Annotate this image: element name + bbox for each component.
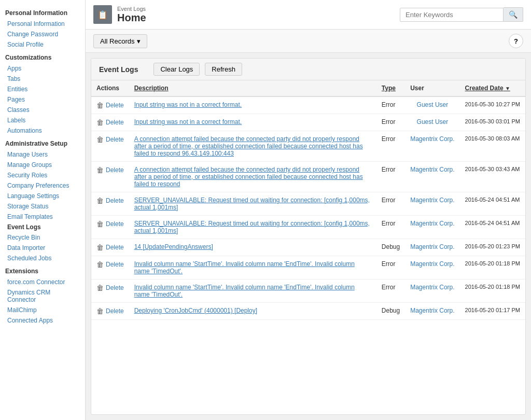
description-link[interactable]: Invalid column name 'StartTime'. Invalid… bbox=[134, 284, 355, 298]
sidebar-item-automations[interactable]: Automations bbox=[0, 125, 85, 136]
table-row: 🗑DeleteSERVER_UNAVAILABLE: Request timed… bbox=[91, 192, 525, 216]
sidebar-item-event-logs[interactable]: Event Logs bbox=[0, 222, 85, 232]
sidebar-item-tabs[interactable]: Tabs bbox=[0, 74, 85, 84]
sidebar-item-classes[interactable]: Classes bbox=[0, 105, 85, 115]
sidebar-item-security-roles[interactable]: Security Roles bbox=[0, 170, 85, 180]
col-type[interactable]: Type bbox=[376, 80, 405, 96]
delete-label[interactable]: Delete bbox=[106, 102, 124, 109]
table-row: 🗑Delete14 [UpdatePendingAnswers]DebugMag… bbox=[91, 239, 525, 256]
user-cell[interactable]: Guest User bbox=[405, 96, 459, 114]
description-link[interactable]: SERVER_UNAVAILABLE: Request timed out wa… bbox=[134, 197, 370, 211]
action-cell: 🗑Delete bbox=[91, 303, 129, 320]
sidebar-item-apps[interactable]: Apps bbox=[0, 63, 85, 74]
sidebar-item-company-preferences[interactable]: Company Preferences bbox=[0, 180, 85, 191]
user-cell[interactable]: Magentrix Corp. bbox=[405, 216, 459, 239]
description-link[interactable]: Deploying 'CronJobCmd' (4000001) [Deploy… bbox=[134, 307, 257, 314]
delete-button[interactable]: 🗑Delete bbox=[96, 284, 124, 292]
delete-button[interactable]: 🗑Delete bbox=[96, 118, 124, 127]
description-link[interactable]: SERVER_UNAVAILABLE: Request timed out wa… bbox=[134, 220, 370, 234]
delete-button[interactable]: 🗑Delete bbox=[96, 260, 124, 269]
user-cell[interactable]: Magentrix Corp. bbox=[405, 239, 459, 256]
user-cell[interactable]: Guest User bbox=[405, 114, 459, 131]
sidebar-section-title: Customizations bbox=[0, 50, 85, 63]
delete-label[interactable]: Delete bbox=[106, 166, 124, 174]
user-cell[interactable]: Magentrix Corp. bbox=[405, 192, 459, 216]
sidebar-item-scheduled-jobs[interactable]: Scheduled Jobs bbox=[0, 253, 85, 263]
col-description[interactable]: Description bbox=[129, 80, 376, 96]
delete-label[interactable]: Delete bbox=[106, 220, 124, 228]
date-cell: 2016-05-24 04:51 AM bbox=[460, 216, 525, 239]
delete-label[interactable]: Delete bbox=[106, 136, 124, 143]
col-actions: Actions bbox=[91, 80, 129, 96]
description-link[interactable]: Input string was not in a correct format… bbox=[134, 101, 242, 108]
table-row: 🗑DeleteInvalid column name 'StartTime'. … bbox=[91, 279, 525, 303]
user-cell[interactable]: Magentrix Corp. bbox=[405, 256, 459, 279]
table-row: 🗑DeleteA connection attempt failed becau… bbox=[91, 162, 525, 192]
action-cell: 🗑Delete bbox=[91, 192, 129, 216]
sidebar-section-title: Personal Information bbox=[0, 5, 85, 19]
sidebar-item-manage-groups[interactable]: Manage Groups bbox=[0, 160, 85, 170]
table-row: 🗑DeleteInput string was not in a correct… bbox=[91, 114, 525, 131]
delete-label[interactable]: Delete bbox=[106, 284, 124, 291]
date-cell: 2016-05-30 08:03 AM bbox=[460, 131, 525, 162]
description-cell: Deploying 'CronJobCmd' (4000001) [Deploy… bbox=[129, 303, 376, 320]
all-records-dropdown[interactable]: All Records ▾ bbox=[93, 34, 147, 48]
sidebar-item-change-password[interactable]: Change Password bbox=[0, 29, 85, 39]
date-cell: 2016-05-30 03:01 PM bbox=[460, 114, 525, 131]
description-cell: Invalid column name 'StartTime'. Invalid… bbox=[129, 279, 376, 303]
content-area: Event Logs Clear Logs Refresh Actions De… bbox=[91, 58, 526, 415]
sidebar-item-social-profile[interactable]: Social Profile bbox=[0, 39, 85, 50]
sidebar-item-storage-status[interactable]: Storage Status bbox=[0, 201, 85, 212]
delete-button[interactable]: 🗑Delete bbox=[96, 166, 124, 174]
sidebar-item-data-importer[interactable]: Data Importer bbox=[0, 243, 85, 253]
description-cell: Invalid column name 'StartTime'. Invalid… bbox=[129, 256, 376, 279]
sidebar-item-dynamics-crm-connector[interactable]: Dynamics CRM Connector bbox=[0, 287, 85, 305]
sidebar-item-entities[interactable]: Entities bbox=[0, 84, 85, 94]
user-cell[interactable]: Magentrix Corp. bbox=[405, 162, 459, 192]
description-link[interactable]: 14 [UpdatePendingAnswers] bbox=[134, 243, 213, 250]
sidebar-item-personal-information[interactable]: Personal Information bbox=[0, 19, 85, 29]
sidebar-item-mailchimp[interactable]: MailChimp bbox=[0, 305, 85, 315]
delete-button[interactable]: 🗑Delete bbox=[96, 220, 124, 228]
delete-button[interactable]: 🗑Delete bbox=[96, 243, 124, 251]
delete-button[interactable]: 🗑Delete bbox=[96, 135, 124, 144]
sidebar-item-connected-apps[interactable]: Connected Apps bbox=[0, 315, 85, 326]
sidebar-item-language-settings[interactable]: Language Settings bbox=[0, 191, 85, 201]
action-cell: 🗑Delete bbox=[91, 114, 129, 131]
delete-button[interactable]: 🗑Delete bbox=[96, 101, 124, 109]
sidebar-item-email-templates[interactable]: Email Templates bbox=[0, 212, 85, 222]
delete-label[interactable]: Delete bbox=[106, 197, 124, 204]
description-link[interactable]: A connection attempt failed because the … bbox=[134, 135, 363, 157]
clear-logs-button[interactable]: Clear Logs bbox=[153, 63, 200, 76]
delete-button[interactable]: 🗑Delete bbox=[96, 197, 124, 205]
refresh-button[interactable]: Refresh bbox=[205, 63, 242, 76]
sort-arrow-icon: ▼ bbox=[505, 86, 510, 91]
delete-button[interactable]: 🗑Delete bbox=[96, 307, 124, 315]
sidebar-item-recycle-bin[interactable]: Recycle Bin bbox=[0, 232, 85, 243]
delete-label[interactable]: Delete bbox=[106, 307, 124, 315]
delete-label[interactable]: Delete bbox=[106, 261, 124, 268]
search-input[interactable] bbox=[400, 8, 504, 22]
page-header: 📋 Event Logs Home 🔍 bbox=[86, 0, 531, 30]
description-link[interactable]: Invalid column name 'StartTime'. Invalid… bbox=[134, 260, 355, 275]
description-link[interactable]: A connection attempt failed because the … bbox=[134, 166, 363, 188]
help-button[interactable]: ? bbox=[509, 34, 523, 48]
search-button[interactable]: 🔍 bbox=[504, 7, 523, 22]
action-cell: 🗑Delete bbox=[91, 239, 129, 256]
trash-icon: 🗑 bbox=[96, 166, 104, 174]
event-logs-table: Actions Description Type User Created Da… bbox=[91, 80, 525, 320]
sidebar-item-manage-users[interactable]: Manage Users bbox=[0, 149, 85, 160]
sidebar-item-labels[interactable]: Labels bbox=[0, 115, 85, 125]
event-logs-title: Event Logs bbox=[99, 65, 138, 74]
user-cell[interactable]: Magentrix Corp. bbox=[405, 279, 459, 303]
description-link[interactable]: Input string was not in a correct format… bbox=[134, 118, 242, 125]
dropdown-arrow-icon: ▾ bbox=[137, 37, 141, 45]
delete-label[interactable]: Delete bbox=[106, 244, 124, 251]
user-cell[interactable]: Magentrix Corp. bbox=[405, 131, 459, 162]
delete-label[interactable]: Delete bbox=[106, 119, 124, 126]
sidebar-item-pages[interactable]: Pages bbox=[0, 94, 85, 105]
user-cell[interactable]: Magentrix Corp. bbox=[405, 303, 459, 320]
col-created-date[interactable]: Created Date ▼ bbox=[460, 80, 525, 96]
type-cell: Error bbox=[376, 279, 405, 303]
sidebar-item-force.com-connector[interactable]: force.com Connector bbox=[0, 277, 85, 287]
